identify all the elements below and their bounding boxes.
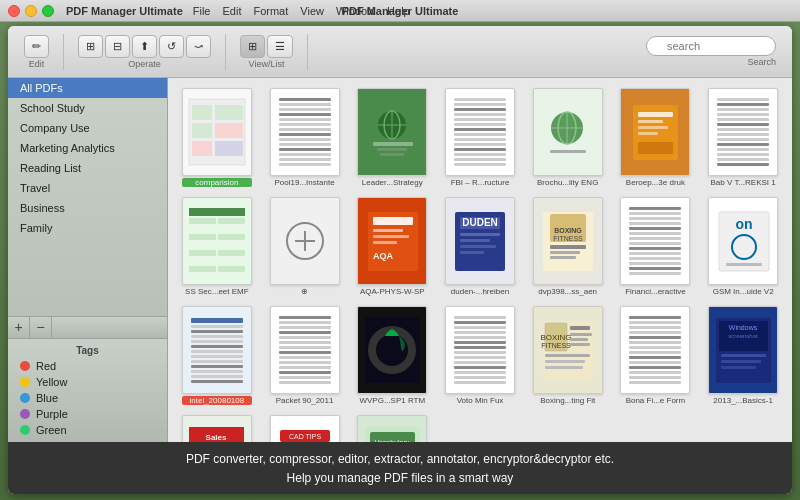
sidebar-item-company-use[interactable]: Company Use [8,118,167,138]
list-item[interactable]: ⊕ [264,195,346,298]
search-input[interactable] [646,36,776,56]
pdf-label: FBI – R...ructure [445,178,515,187]
list-item[interactable]: Windows screenshot 2013_...Basics-1 [702,304,784,407]
edit-button[interactable]: ✏ [24,35,49,58]
list-item[interactable]: Packet 90_2011 [264,304,346,407]
maximize-button[interactable] [42,5,54,17]
list-item[interactable]: Voto Min Fux [439,304,521,407]
menu-edit[interactable]: Edit [222,5,241,17]
thumb-content [275,92,335,172]
operate-label: Operate [128,59,161,69]
list-item[interactable]: Bab V T...REKSI 1 [702,86,784,189]
list-item[interactable]: SS Sec...eet EMF [176,195,258,298]
svg-rect-66 [726,263,762,266]
thumb-content: CAD TIPS [277,427,332,442]
toolbar-operate-section: ⊞ ⊟ ⬆ ↺ ⤻ Operate [70,35,219,69]
list-item[interactable]: AQA AQA-PHYS-W-SP [351,195,433,298]
pdf-thumb [620,197,690,285]
svg-text:on: on [735,216,752,232]
thumb-content [365,100,420,165]
list-item[interactable]: BOXING FITNESS Boxing...ting Fit [527,304,609,407]
edit-label: Edit [29,59,45,69]
list-item[interactable]: CAD TIPS pdf_cadtips [264,413,346,442]
pdf-label: SS Sec...eet EMF [182,287,252,296]
menu-file[interactable]: File [193,5,211,17]
list-item[interactable]: Bona Fi...e Form [615,304,697,407]
list-item[interactable]: Brochu...lity ENG [527,86,609,189]
thumb-content [625,310,685,390]
sidebar-item-family[interactable]: Family [8,218,167,238]
list-item[interactable]: FBI – R...ructure [439,86,521,189]
view-grid-btn[interactable]: ⊞ [240,35,265,58]
sidebar-item-marketing[interactable]: Marketing Analytics [8,138,167,158]
tags-section: Tags Red Yellow Blue Purple [8,338,167,442]
sidebar-item-school-study[interactable]: School Study [8,98,167,118]
list-item[interactable]: comparision [176,86,258,189]
svg-rect-79 [545,360,585,363]
op-rotate-btn[interactable]: ↺ [159,35,184,58]
list-item[interactable]: on GSM In...uide V2 [702,195,784,298]
search-wrapper: 🔍 [646,36,776,56]
sidebar-item-travel[interactable]: Travel [8,178,167,198]
tag-purple-label: Purple [36,408,68,420]
toolbar-view-section: ⊞ ☰ View/List [232,35,301,69]
thumb-content: BOXING FITNESS [540,209,595,274]
tag-yellow-label: Yellow [36,376,67,388]
thumb-content [625,201,685,281]
sidebar-item-all-pdfs[interactable]: All PDFs [8,78,167,98]
list-item[interactable]: Pool19...Instante [264,86,346,189]
op-cols-btn[interactable]: ⊟ [105,35,130,58]
tag-purple[interactable]: Purple [8,406,167,422]
list-item[interactable]: Sales Sales Represen... [176,413,258,442]
svg-rect-21 [638,120,663,123]
svg-rect-36 [189,258,216,264]
svg-rect-26 [189,218,216,224]
content-area: All PDFs School Study Company Use Market… [8,78,792,442]
tag-red[interactable]: Red [8,358,167,374]
sidebar-add-remove: + − [8,316,167,338]
list-item[interactable]: Beroep...3e druk [615,86,697,189]
list-item[interactable]: WVPG...SP1 RTM [351,304,433,407]
list-item[interactable]: BOXING FITNESS dvp398...ss_aen [527,195,609,298]
sidebar: All PDFs School Study Company Use Market… [8,78,168,442]
svg-rect-6 [215,141,243,156]
pdf-label: WVPG...SP1 RTM [357,396,427,405]
pdf-label: Voto Min Fux [445,396,515,405]
list-item[interactable]: Leader...Strategy [351,86,433,189]
thumb-content: Vocabulary Cards [365,427,420,442]
sidebar-item-business[interactable]: Business [8,198,167,218]
pdf-label: Boxing...ting Fit [533,396,603,405]
list-item[interactable]: Vocabulary Cards csg1vc [351,413,433,442]
tag-yellow[interactable]: Yellow [8,374,167,390]
pdf-label: GSM In...uide V2 [708,287,778,296]
close-button[interactable] [8,5,20,17]
minimize-button[interactable] [25,5,37,17]
thumb-content: Windows screenshot [716,318,771,383]
svg-rect-87 [721,366,756,369]
svg-rect-74 [570,326,590,330]
op-grid-btn[interactable]: ⊞ [78,35,103,58]
view-list-btn[interactable]: ☰ [267,35,293,58]
thumb-content [540,100,595,165]
pdf-label: Leader...Strategy [357,178,427,187]
list-item[interactable]: Financi...eractive [615,195,697,298]
thumb-content [187,206,247,276]
remove-category-button[interactable]: − [30,316,52,338]
tag-blue[interactable]: Blue [8,390,167,406]
op-refresh-btn[interactable]: ⤻ [186,35,211,58]
add-category-button[interactable]: + [8,316,30,338]
menu-view[interactable]: View [300,5,324,17]
op-share-btn[interactable]: ⬆ [132,35,157,58]
svg-rect-2 [215,105,243,120]
pdf-thumb: Windows screenshot [708,306,778,394]
tag-green[interactable]: Green [8,422,167,438]
window-title: PDF Manager Ultimate [342,5,459,17]
svg-rect-33 [218,242,245,248]
list-item[interactable]: intel_20080108 [176,304,258,407]
svg-rect-39 [218,266,245,272]
list-item[interactable]: DUDEN duden-...hreiben [439,195,521,298]
tag-yellow-dot [20,377,30,387]
menu-format[interactable]: Format [253,5,288,17]
sidebar-item-reading-list[interactable]: Reading List [8,158,167,178]
svg-rect-55 [460,251,484,254]
